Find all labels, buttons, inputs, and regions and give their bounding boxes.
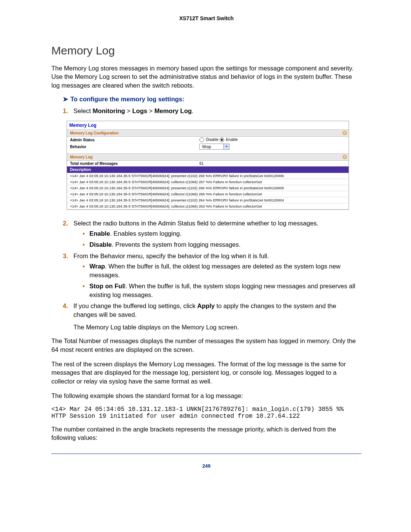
- step-number: 1.: [63, 107, 68, 115]
- page-number: 249: [51, 463, 362, 469]
- page-title: Memory Log: [51, 44, 362, 57]
- bullet-wrap: Wrap. When the buffer is full, the oldes…: [83, 262, 362, 280]
- step-number: 4.: [63, 302, 68, 310]
- footer-rule: [51, 454, 362, 454]
- para-rest: The rest of the screen displays the Memo…: [51, 360, 362, 385]
- log-line: <14> Jan 4 03:05:18 10.130.184.35-5 STAT…: [67, 197, 349, 203]
- doc-header: XS712T Smart Switch: [51, 15, 362, 21]
- step-1: 1. Select Monitoring > Logs > Memory Log…: [63, 107, 362, 115]
- bullet-disable: Disable. Prevents the system from loggin…: [83, 240, 362, 249]
- bold-text: Monitoring: [92, 107, 125, 114]
- radio-disable[interactable]: Disable: [199, 137, 218, 142]
- para-total: The Total Number of messages displays th…: [51, 337, 362, 354]
- radio-enable[interactable]: Enable: [220, 137, 238, 142]
- behavior-dropdown[interactable]: Wrap: [199, 144, 229, 150]
- bullet-stop-on-full: Stop on Full. When the buffer is full, t…: [83, 282, 362, 299]
- para-example: The following example shows the standard…: [51, 391, 362, 400]
- procedure-title-text: To configure the memory log settings:: [70, 96, 184, 102]
- ss-description-header: Description: [67, 166, 349, 173]
- code-example: <14> Mar 24 05:34:05 10.131.12.183-1 UNK…: [51, 406, 362, 420]
- step-3: 3. From the Behavior menu, specify the b…: [63, 252, 362, 299]
- ss-row-total: Total number of Messages 61: [67, 161, 349, 166]
- arrow-icon: ➤: [63, 96, 68, 102]
- chevron-down-icon: [223, 144, 229, 149]
- ss-section-config: Memory Log Configuration ?: [67, 129, 349, 137]
- log-line: <14> Jan 4 03:05:18 10.130.184.35-5 STAT…: [67, 179, 349, 185]
- step-number: 2.: [63, 219, 68, 228]
- memory-log-screenshot: Memory Log Memory Log Configuration ? Ad…: [67, 121, 349, 210]
- para-priority: The number contained in the angle bracke…: [51, 425, 362, 442]
- log-line: <14> Jan 4 03:05:18 10.130.184.35-5 STAT…: [67, 203, 349, 209]
- bold-text: Memory Log: [155, 107, 192, 114]
- step-number: 3.: [63, 252, 68, 260]
- ss-row-behavior: Behavior Wrap: [67, 143, 349, 150]
- step-text: From the Behavior menu, specify the beha…: [73, 252, 269, 259]
- intro-paragraph: The Memory Log stores messages in memory…: [51, 64, 362, 89]
- step-2: 2. Select the radio buttons in the Admin…: [63, 219, 362, 249]
- bold-text: Logs: [132, 107, 147, 114]
- step-4: 4. If you change the buffered log settin…: [63, 302, 362, 331]
- procedure-heading: ➤To configure the memory log settings:: [63, 96, 362, 103]
- help-icon[interactable]: ?: [342, 155, 347, 159]
- log-line: <14> Jan 4 03:05:18 10.130.184.35-5 STAT…: [67, 185, 349, 191]
- step-text: Select: [73, 107, 92, 114]
- bold-text: Apply: [197, 302, 215, 309]
- log-line: <14> Jan 4 03:05:18 10.130.184.35-5 STAT…: [67, 191, 349, 197]
- total-messages-value: 61: [199, 161, 204, 166]
- ss-panel-title: Memory Log: [67, 121, 349, 129]
- step-text: Select the radio buttons in the Admin St…: [73, 220, 319, 227]
- log-line: <14> Jan 4 03:05:18 10.130.184.35-5 STAT…: [67, 173, 349, 179]
- ss-row-admin-status: Admin Status Disable Enable: [67, 137, 349, 143]
- bullet-enable: Enable. Enables system logging.: [83, 229, 362, 238]
- help-icon[interactable]: ?: [342, 131, 347, 135]
- step4-note: The Memory Log table displays on the Mem…: [73, 323, 362, 331]
- ss-section-log: Memory Log ?: [67, 153, 349, 161]
